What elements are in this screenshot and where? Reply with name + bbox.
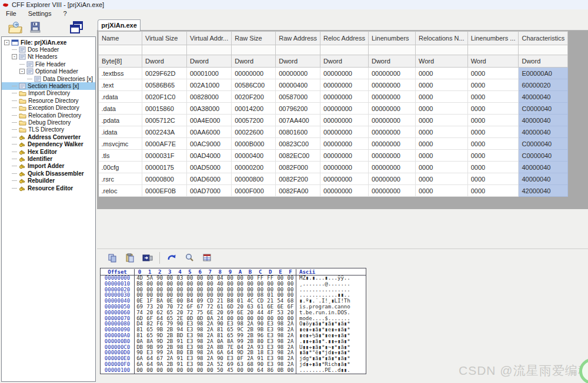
save-button[interactable] bbox=[27, 20, 44, 35]
value-cell[interactable]: C0000040 bbox=[519, 150, 568, 162]
value-cell[interactable]: 00000000 bbox=[368, 185, 415, 197]
value-cell[interactable]: 0000 bbox=[415, 103, 467, 115]
section-name-cell[interactable]: .idata bbox=[99, 126, 142, 138]
value-cell[interactable]: 00823C00 bbox=[276, 138, 320, 150]
value-cell[interactable]: C0000040 bbox=[519, 138, 568, 150]
section-name-cell[interactable]: .pdata bbox=[99, 115, 142, 126]
windows-button[interactable] bbox=[68, 20, 85, 35]
value-cell[interactable]: 40000040 bbox=[519, 173, 568, 185]
value-cell[interactable]: 002A1000 bbox=[187, 79, 232, 91]
value-cell[interactable]: 00022600 bbox=[232, 126, 276, 138]
tree-item-address-converter[interactable]: Address Converter bbox=[2, 133, 95, 140]
column-header-raw-address[interactable]: Raw Address bbox=[276, 32, 320, 45]
hex-byte[interactable]: 00 bbox=[245, 368, 255, 374]
section-name-cell[interactable]: .00cfg bbox=[99, 162, 142, 173]
value-cell[interactable]: 0000 bbox=[415, 68, 467, 79]
column-header-relocations-n[interactable]: Relocations N... bbox=[415, 32, 467, 45]
value-cell[interactable]: 40000040 bbox=[519, 91, 568, 103]
menu-[interactable]: ? bbox=[57, 9, 72, 18]
section-name-cell[interactable]: .tls bbox=[99, 150, 142, 162]
hex-bytes[interactable]: 00000000000000005045000064860B00 bbox=[135, 368, 296, 374]
hex-byte[interactable]: 00 bbox=[155, 368, 165, 374]
value-cell[interactable]: 00014200 bbox=[232, 103, 276, 115]
hex-ascii[interactable]: ................ bbox=[296, 287, 366, 293]
column-header-raw-size[interactable]: Raw Size bbox=[232, 32, 276, 45]
tree-item-hex-editor[interactable]: Hex Editor bbox=[2, 148, 95, 155]
value-cell[interactable]: 0029F62D bbox=[142, 68, 187, 79]
value-cell[interactable]: 0000 bbox=[467, 79, 519, 91]
value-cell[interactable]: 00000800 bbox=[142, 173, 187, 185]
value-cell[interactable]: 00A4E000 bbox=[187, 115, 232, 126]
value-cell[interactable]: 00000000 bbox=[320, 138, 369, 150]
tree-item-relocation-directory[interactable]: Relocation Directory bbox=[2, 112, 95, 119]
tree-item-debug-directory[interactable]: Debug Directory bbox=[2, 119, 95, 126]
value-cell[interactable]: 00000000 bbox=[320, 91, 369, 103]
value-cell[interactable]: 0000 bbox=[467, 68, 519, 79]
value-cell[interactable]: 00000000 bbox=[320, 115, 369, 126]
value-cell[interactable]: 00AA6000 bbox=[187, 126, 232, 138]
value-cell[interactable]: 0000 bbox=[415, 126, 467, 138]
undo-button[interactable] bbox=[165, 251, 179, 264]
value-cell[interactable]: 00000000 bbox=[320, 68, 369, 79]
value-cell[interactable]: 00000000 bbox=[368, 173, 415, 185]
tree-item-import-adder[interactable]: Import Adder bbox=[2, 163, 95, 170]
hex-byte[interactable]: 45 bbox=[225, 368, 235, 374]
value-cell[interactable]: 00AD4000 bbox=[187, 150, 232, 162]
hex-byte[interactable]: 50 bbox=[215, 368, 225, 374]
value-cell[interactable]: 0000 bbox=[467, 185, 519, 197]
tree-item-optional-header[interactable]: -Optional Header bbox=[2, 68, 95, 75]
tree-item-dependency-walker[interactable]: Dependency Walker bbox=[2, 140, 95, 147]
tree-item-section-headers-x[interactable]: Section Headers [x] bbox=[2, 82, 95, 89]
value-cell[interactable]: 00000000 bbox=[368, 79, 415, 91]
tree-item-data-directories-x[interactable]: Data Directories [x] bbox=[2, 75, 95, 82]
hex-ascii[interactable]: ▮.º▮.´.Í!¸▮LÍ!Th bbox=[296, 298, 366, 304]
hex-byte[interactable]: 00 bbox=[165, 368, 175, 374]
tree-item-identifier[interactable]: Identifier bbox=[2, 155, 95, 162]
value-cell[interactable]: 0000 bbox=[415, 115, 467, 126]
value-cell[interactable]: 00000400 bbox=[232, 150, 276, 162]
tree-item-tls-directory[interactable]: TLS Directory bbox=[2, 126, 95, 133]
value-cell[interactable]: 0000 bbox=[467, 150, 519, 162]
hex-byte[interactable]: 00 bbox=[185, 368, 195, 374]
hex-byte[interactable]: 0B bbox=[275, 368, 285, 374]
section-name-cell[interactable]: .text bbox=[99, 79, 142, 91]
value-cell[interactable]: 0020F200 bbox=[232, 91, 276, 103]
hex-ascii[interactable]: is.program.canno bbox=[296, 304, 366, 310]
value-cell[interactable]: 00001000 bbox=[187, 68, 232, 79]
tree-item-rebuilder[interactable]: Rebuilder bbox=[2, 177, 95, 184]
value-cell[interactable]: 0000 bbox=[467, 91, 519, 103]
value-cell[interactable]: 00000000 bbox=[320, 126, 369, 138]
hex-ascii[interactable]: Ô▮öy▮ã▮*▮ã▮*▮ã▮* bbox=[296, 321, 366, 327]
hex-byte[interactable]: 00 bbox=[135, 368, 145, 374]
copy-button[interactable] bbox=[105, 251, 119, 264]
value-cell[interactable]: 0000 bbox=[415, 150, 467, 162]
value-cell[interactable]: 0000031F bbox=[142, 150, 187, 162]
value-cell[interactable]: 0000 bbox=[467, 162, 519, 173]
value-cell[interactable]: 00000000 bbox=[320, 79, 369, 91]
section-name-cell[interactable]: .rsrc bbox=[99, 173, 142, 185]
hex-ascii[interactable]: ............▮▮.. bbox=[296, 293, 366, 298]
value-cell[interactable]: 00828000 bbox=[187, 91, 232, 103]
value-cell[interactable]: 0082F000 bbox=[276, 162, 320, 173]
value-cell[interactable]: 00000800 bbox=[232, 173, 276, 185]
menu-file[interactable]: File bbox=[0, 9, 22, 18]
hex-byte[interactable]: 00 bbox=[195, 368, 205, 374]
value-cell[interactable]: 0000 bbox=[415, 162, 467, 173]
value-cell[interactable]: 00000000 bbox=[368, 91, 415, 103]
value-cell[interactable]: 00AC9000 bbox=[187, 138, 232, 150]
hex-byte[interactable]: 86 bbox=[265, 368, 275, 374]
value-cell[interactable]: 0000 bbox=[467, 115, 519, 126]
section-name-cell[interactable]: .msvcjmc bbox=[99, 138, 142, 150]
hex-byte[interactable]: 00 bbox=[145, 368, 155, 374]
tree-item-import-directory[interactable]: Import Directory bbox=[2, 90, 95, 97]
value-cell[interactable]: 00AD6000 bbox=[187, 173, 232, 185]
value-cell[interactable]: 0005712C bbox=[142, 115, 187, 126]
value-cell[interactable]: 0000 bbox=[467, 126, 519, 138]
value-cell[interactable]: 0000B000 bbox=[232, 138, 276, 150]
value-cell[interactable]: 007AA400 bbox=[276, 115, 320, 126]
value-cell[interactable]: 0082EC00 bbox=[276, 150, 320, 162]
hex-ascii[interactable]: ▮ã▮*°ë▮*jd▮+▮ã▮* bbox=[296, 350, 366, 356]
value-cell[interactable]: 00586B65 bbox=[142, 79, 187, 91]
value-cell[interactable]: 00000000 bbox=[368, 138, 415, 150]
tree-item-nt-headers[interactable]: -Nt Headers bbox=[2, 53, 95, 61]
